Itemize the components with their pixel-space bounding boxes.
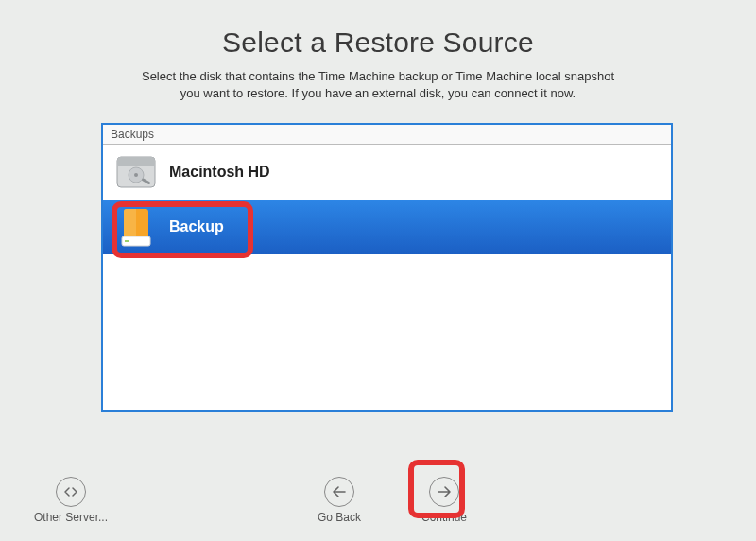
page-subtitle: Select the disk that contains the Time M… [0,68,756,101]
svg-point-3 [134,173,138,177]
page-title: Select a Restore Source [0,26,756,59]
internal-hd-icon [116,151,156,193]
other-server-button[interactable]: Other Server... [34,477,108,524]
list-item-macintosh-hd[interactable]: Macintosh HD [103,145,671,200]
list-item-label: Backup [169,218,224,236]
svg-rect-6 [125,240,129,242]
button-label: Go Back [318,511,361,524]
button-label: Other Server... [34,511,108,524]
restore-source-list: Backups Macintosh HD [101,123,673,412]
header: Select a Restore Source Select the disk … [0,0,756,101]
list-item-label: Macintosh HD [169,164,270,181]
external-hd-icon [116,206,156,248]
button-label: Continue [421,511,467,524]
svg-rect-1 [117,157,155,166]
network-icon [56,477,86,507]
list-item-backup[interactable]: Backup [103,200,671,254]
list-body: Macintosh HD Backup [103,145,671,410]
arrow-right-icon [429,477,459,507]
subtitle-line-1: Select the disk that contains the Time M… [142,69,614,83]
subtitle-line-2: you want to restore. If you have an exte… [180,86,576,100]
go-back-button[interactable]: Go Back [318,477,361,524]
continue-button[interactable]: Continue [421,477,467,524]
arrow-left-icon [324,477,354,507]
list-column-header: Backups [103,125,671,145]
